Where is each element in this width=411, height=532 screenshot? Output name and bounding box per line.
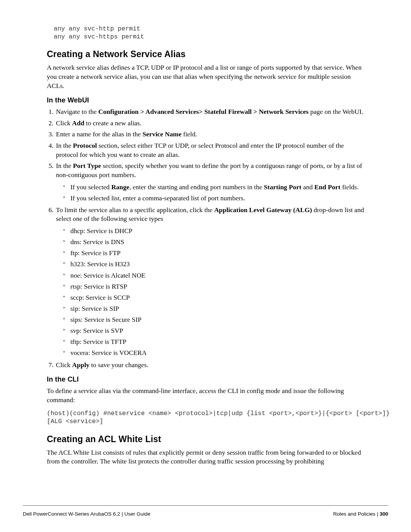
footer-product: Dell PowerConnect W-Series ArubaOS 6.2 [23, 511, 121, 517]
t: and [301, 183, 314, 191]
paragraph-alias-intro: A network service alias defines a TCP, U… [47, 63, 367, 90]
t: If you selected [70, 183, 111, 191]
step-bold: Application Level Gateway (ALG) [214, 206, 312, 214]
list-item: dns: Service is DNS [64, 237, 367, 247]
footer-guide: User Guide [123, 511, 150, 517]
step-6: To limit the service alias to a specific… [55, 206, 367, 358]
step-bold: Protocol [73, 142, 97, 149]
step-bold: Apply [72, 361, 89, 369]
step-7: Click Apply to save your changes. [55, 361, 367, 370]
list-item: vocera: Service is VOCERA [64, 348, 367, 358]
footer-section: Roles and Policies [333, 511, 377, 517]
b: Starting Port [264, 183, 301, 191]
step-text: In the [56, 142, 73, 149]
step-bold: Port Type [73, 162, 101, 169]
step-bold: Service Name [142, 130, 182, 138]
service-types-list: dhcp: Service is DHCP dns: Service is DN… [56, 226, 367, 358]
step-text: field. [182, 130, 197, 138]
step-text: Click [56, 361, 72, 369]
list-item: If you selected Range, enter the startin… [64, 182, 367, 192]
step-1: Navigate to the Configuration > Advanced… [55, 107, 367, 117]
list-item: h323: Service is H323 [64, 259, 367, 269]
list-item: tftp: Service is TFTP [64, 337, 367, 347]
footer-right: Roles and Policies | 300 [333, 511, 388, 517]
page-footer: Dell PowerConnect W-Series ArubaOS 6.2 |… [23, 505, 388, 517]
t: , enter the starting and ending port num… [129, 183, 264, 191]
step-text: To limit the service alias to a specific… [56, 206, 214, 214]
step-bold: Add [72, 119, 84, 127]
step-text: section, specify whether you want to def… [56, 162, 362, 179]
list-item: sips: Service is Secure SIP [64, 315, 367, 325]
step-text: Enter a name for the alias in the [56, 130, 142, 138]
step-2: Click Add to create a new alias. [55, 119, 367, 128]
list-item: noe: Service is Alcatel NOE [64, 270, 367, 281]
b: Range [111, 183, 129, 191]
list-item: If you selected list, enter a comma-sepa… [64, 193, 367, 203]
step-text: section, select either TCP or UDP, or se… [56, 142, 344, 158]
heading-webui: In the WebUI [47, 96, 367, 104]
t: fields. [341, 183, 359, 191]
heading-cli: In the CLI [47, 375, 367, 383]
page-content: any any svc-http permit any any svc-http… [0, 0, 411, 466]
list-item: svp: Service is SVP [64, 326, 367, 336]
list-item: sip: Service is SIP [64, 304, 367, 314]
step-text: Click [56, 119, 72, 127]
step-5: In the Port Type section, specify whethe… [55, 161, 367, 203]
code-block-cli: (host)(config) #netservice <name> <proto… [47, 410, 367, 425]
step-4: In the Protocol section, select either T… [55, 141, 367, 159]
heading-acl-whitelist: Creating an ACL White List [47, 434, 367, 444]
webui-steps: Navigate to the Configuration > Advanced… [47, 107, 367, 369]
step-text: to create a new alias. [84, 119, 142, 127]
step-5-sublist: If you selected Range, enter the startin… [56, 182, 367, 203]
step-bold: Configuration > Advanced Services> State… [98, 108, 309, 115]
step-text: page on the WebUI. [309, 108, 363, 115]
paragraph-whitelist: The ACL White List consists of rules tha… [47, 448, 367, 466]
list-item: rtsp: Service is RTSP [64, 281, 367, 292]
list-item: dhcp: Service is DHCP [64, 226, 367, 236]
list-item: ftp: Service is FTP [64, 248, 367, 258]
heading-network-service-alias: Creating a Network Service Alias [47, 49, 367, 59]
footer-left: Dell PowerConnect W-Series ArubaOS 6.2 |… [23, 511, 150, 517]
step-text: Navigate to the [56, 108, 98, 115]
step-3: Enter a name for the alias in the Servic… [55, 130, 367, 139]
paragraph-cli: To define a service alias via the comman… [47, 387, 367, 404]
list-item: sccp: Service is SCCP [64, 292, 367, 303]
step-text: to save your changes. [89, 361, 148, 369]
footer-page-number: 300 [378, 511, 388, 517]
b: End Port [314, 183, 341, 191]
step-text: In the [56, 162, 73, 169]
code-block-top: any any svc-http permit any any svc-http… [54, 25, 367, 41]
